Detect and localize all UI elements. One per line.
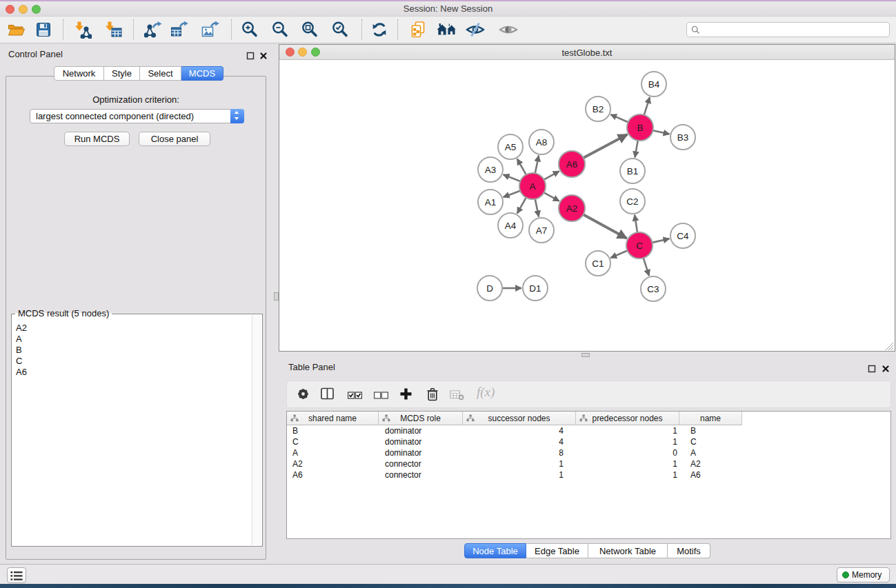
graph-node-C2[interactable]: C2 — [620, 189, 645, 214]
window-resize-grip[interactable] — [885, 341, 894, 350]
result-scrollbar[interactable] — [252, 315, 261, 545]
run-mcds-button[interactable]: Run MCDS — [64, 132, 130, 146]
graph-node-C3[interactable]: C3 — [641, 276, 666, 301]
edge-C-C1[interactable] — [610, 251, 627, 258]
zoom-in-icon[interactable] — [241, 21, 259, 39]
edge-C-C2[interactable] — [635, 215, 637, 232]
edge-A-A5[interactable] — [517, 159, 526, 174]
graph-node-B[interactable]: B — [627, 114, 653, 141]
edge-B-B4[interactable] — [644, 97, 650, 115]
import-table-icon[interactable] — [104, 21, 122, 39]
graph-node-A6[interactable]: A6 — [559, 151, 585, 177]
graph-node-A4[interactable]: A4 — [498, 213, 523, 238]
hide-selected-icon[interactable] — [466, 21, 484, 39]
column-header-successor-nodes[interactable]: successor nodes — [463, 412, 576, 425]
tab-edge-table[interactable]: Edge Table — [526, 543, 588, 558]
first-neighbors-icon[interactable] — [437, 21, 455, 39]
table-row[interactable]: Bdominator41B — [287, 425, 742, 436]
export-image-icon[interactable] — [201, 21, 219, 39]
graph-node-A3[interactable]: A3 — [478, 157, 503, 182]
graph-node-A1[interactable]: A1 — [478, 190, 503, 214]
unselect-all-columns-icon[interactable] — [374, 390, 388, 403]
edge-A-A3[interactable] — [504, 174, 521, 181]
edge-A6-B[interactable] — [584, 134, 628, 158]
edge-B-B3[interactable] — [653, 130, 670, 134]
float-table-panel-icon[interactable] — [868, 363, 876, 372]
vertical-splitter-handle[interactable] — [274, 292, 279, 301]
tab-mcds[interactable]: MCDS — [181, 66, 223, 81]
mcds-result-item[interactable]: A6 — [12, 367, 251, 378]
tab-motifs[interactable]: Motifs — [668, 543, 710, 558]
graph-node-D1[interactable]: D1 — [523, 276, 548, 301]
tab-network-table[interactable]: Network Table — [588, 543, 668, 558]
mcds-result-item[interactable]: B — [12, 345, 251, 356]
edge-B-B1[interactable] — [635, 141, 637, 158]
tab-node-table[interactable]: Node Table — [464, 543, 526, 558]
column-header-shared-name[interactable]: shared name — [287, 412, 379, 425]
graph-node-C[interactable]: C — [626, 232, 653, 258]
edge-A-A7[interactable] — [535, 199, 539, 217]
task-history-button[interactable] — [7, 567, 26, 583]
graph-node-B3[interactable]: B3 — [670, 125, 695, 150]
show-graphics-details-icon[interactable] — [499, 21, 517, 39]
edge-B-B2[interactable] — [610, 114, 628, 122]
graph-node-A[interactable]: A — [519, 173, 546, 199]
import-network-icon[interactable] — [74, 21, 92, 39]
select-all-columns-icon[interactable] — [348, 390, 362, 403]
graph-node-B4[interactable]: B4 — [641, 72, 666, 97]
search-input[interactable] — [686, 22, 890, 37]
tab-select[interactable]: Select — [140, 66, 181, 81]
new-network-from-selection-icon[interactable] — [409, 21, 427, 39]
tab-network[interactable]: Network — [54, 66, 104, 81]
column-header-name[interactable]: name — [679, 412, 742, 425]
close-panel-icon[interactable] — [259, 50, 268, 59]
graph-node-A2[interactable]: A2 — [559, 195, 585, 221]
mcds-result-item[interactable]: C — [12, 356, 251, 367]
export-network-icon[interactable] — [144, 21, 162, 39]
column-header-predecessor-nodes[interactable]: predecessor nodes — [576, 412, 679, 425]
delete-table-icon[interactable] — [450, 390, 464, 403]
open-session-icon[interactable] — [7, 21, 25, 39]
export-table-icon[interactable] — [170, 21, 188, 39]
tab-style[interactable]: Style — [104, 66, 140, 81]
zoom-selected-icon[interactable] — [331, 21, 349, 39]
column-header-MCDS-role[interactable]: MCDS role — [379, 412, 463, 425]
table-settings-gear-icon[interactable] — [297, 387, 310, 403]
edge-C-C4[interactable] — [653, 239, 670, 243]
network-window-titlebar[interactable]: testGlobe.txt — [279, 45, 895, 60]
table-row[interactable]: A6connector11A6 — [287, 469, 742, 480]
float-panel-icon[interactable] — [246, 50, 255, 59]
show-column-panel-icon[interactable] — [321, 387, 335, 403]
graph-node-A5[interactable]: A5 — [498, 134, 523, 159]
close-table-panel-icon[interactable] — [882, 363, 890, 372]
horizontal-splitter-handle[interactable] — [581, 353, 590, 357]
table-row[interactable]: Cdominator41C — [287, 436, 742, 447]
graph-node-A7[interactable]: A7 — [529, 218, 554, 243]
save-session-icon[interactable] — [34, 21, 52, 39]
edge-A-A8[interactable] — [535, 156, 539, 174]
edge-A-A2[interactable] — [544, 192, 559, 201]
edge-C-C3[interactable] — [644, 258, 649, 276]
table-row[interactable]: A2connector11A2 — [287, 458, 742, 469]
edge-A-A1[interactable] — [504, 191, 521, 197]
zoom-fit-icon[interactable] — [301, 21, 319, 39]
table-row[interactable]: Adominator80A — [287, 447, 742, 458]
edge-A-A4[interactable] — [517, 198, 526, 214]
graph-node-A8[interactable]: A8 — [529, 130, 554, 154]
close-panel-button[interactable]: Close panel — [139, 132, 210, 146]
function-builder-icon[interactable]: f(x) — [477, 385, 495, 400]
zoom-out-icon[interactable] — [271, 21, 289, 39]
edge-A2-C[interactable] — [584, 214, 627, 239]
refresh-icon[interactable] — [370, 21, 388, 39]
graph-node-B1[interactable]: B1 — [620, 159, 645, 183]
graph-node-C4[interactable]: C4 — [670, 223, 695, 248]
graph-node-C1[interactable]: C1 — [586, 251, 610, 276]
optimization-criterion-select[interactable]: largest connected component (directed) — [30, 109, 244, 123]
network-graph[interactable]: B4B2BB3A5A8A6A3B1AA1C2A2A4A7C4CC1C3DD1 — [279, 60, 895, 351]
mcds-result-item[interactable]: A — [12, 334, 251, 345]
delete-columns-icon[interactable] — [426, 387, 439, 404]
graph-node-D[interactable]: D — [477, 276, 502, 301]
edge-A-A6[interactable] — [544, 171, 559, 179]
graph-node-B2[interactable]: B2 — [586, 97, 610, 121]
create-new-column-icon[interactable] — [399, 387, 412, 403]
